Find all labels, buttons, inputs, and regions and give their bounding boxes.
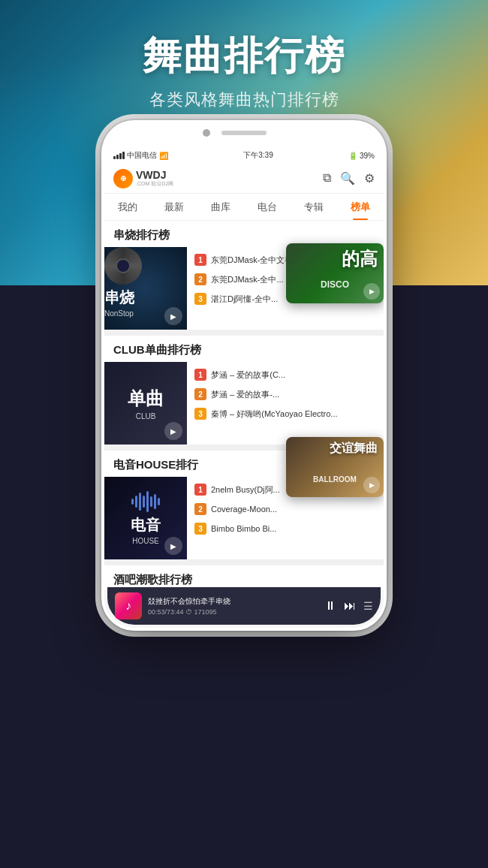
track-title: 湛江Dj阿懂-全中... xyxy=(211,294,278,305)
tab-mine[interactable]: 我的 xyxy=(104,194,151,220)
tab-radio[interactable]: 电台 xyxy=(244,194,291,220)
album-title-cn-club: 单曲 xyxy=(128,387,164,411)
track-num-1: 1 xyxy=(194,254,206,266)
status-time: 下午3:39 xyxy=(243,150,273,161)
main-title: 舞曲排行榜 xyxy=(0,30,488,83)
track-list-club: 1 梦涵 – 爱的故事(C... 2 梦涵 – 爱的故事-... 3 秦博 – … xyxy=(187,362,384,445)
playlist-button[interactable]: ☰ xyxy=(363,600,373,612)
track-num-1: 1 xyxy=(194,369,206,381)
content-area[interactable]: 串烧排行榜 串烧 NonStop ▶ 1 xyxy=(104,221,384,590)
carrier-name: 中国电信 xyxy=(127,150,157,161)
gear-icon[interactable]: ⚙ xyxy=(364,171,375,185)
play-btn-house[interactable]: ▶ xyxy=(164,537,182,555)
track-title: Coverage-Moon... xyxy=(211,505,277,514)
wave-bar xyxy=(135,496,137,508)
turntable xyxy=(104,247,142,285)
wave-bar xyxy=(154,494,156,509)
player-current-time: 00:53/73:44 xyxy=(148,608,184,616)
tab-library[interactable]: 曲库 xyxy=(197,194,244,220)
player-thumb[interactable]: ♪ xyxy=(115,592,142,619)
wave-bar xyxy=(131,499,134,505)
logo-icon: ⊕ xyxy=(120,174,126,182)
wave-bar xyxy=(143,496,145,508)
ballroom-cn-text: 交谊舞曲 xyxy=(330,441,378,457)
waveform xyxy=(131,491,160,512)
player-info: 㸚挫折不会惊怕牵手串烧 00:53/73:44 ⏱ 171095 xyxy=(148,596,318,616)
disco-cn-text: 的高 xyxy=(342,247,378,271)
sub-title: 各类风格舞曲热门排行榜 xyxy=(0,89,488,111)
chart-section-nonstop: 串烧排行榜 串烧 NonStop ▶ 1 xyxy=(104,221,384,330)
track-num-1: 1 xyxy=(194,484,206,496)
nav-tabs: 我的 最新 曲库 电台 专辑 榜单 xyxy=(104,194,384,221)
wave-bar xyxy=(150,496,152,507)
overlay-disco[interactable]: 的高 DISCO ▶ xyxy=(286,243,384,303)
track-title: 秦博 – 好嗨哟(McYaoyao Electro... xyxy=(211,408,338,420)
logo-main-text: VWDJ xyxy=(136,170,173,181)
battery-level: 39% xyxy=(360,152,375,160)
player-play-count: 171095 xyxy=(194,608,217,616)
player-time: 00:53/73:44 ⏱ 171095 xyxy=(148,608,318,616)
album-art-nonstop[interactable]: 串烧 NonStop ▶ xyxy=(104,247,187,330)
album-title-en-club: CLUB xyxy=(136,412,156,420)
album-title-en-house: HOUSE xyxy=(132,537,159,545)
track-title: 梦涵 – 爱的故事(C... xyxy=(211,369,285,381)
player-title: 㸚挫折不会惊怕牵手串烧 xyxy=(148,596,318,607)
app-header: ⊕ VWDJ .COM 前沿DJ网 ⧉ 🔍 ⚙ xyxy=(104,164,384,194)
wave-bar xyxy=(139,493,141,511)
chart-section-club: CLUB单曲排行榜 单曲 CLUB ▶ 1 梦涵 – 爱的故事(C... 2 xyxy=(104,336,384,445)
play-btn-club[interactable]: ▶ xyxy=(164,422,182,440)
status-bar: 中国电信 📶 下午3:39 🔋 39% xyxy=(104,147,384,164)
album-art-club[interactable]: 单曲 CLUB ▶ xyxy=(104,362,187,445)
track-item[interactable]: 3 秦博 – 好嗨哟(McYaoyao Electro... xyxy=(187,404,384,423)
track-title: 梦涵 – 爱的故事-... xyxy=(211,389,279,400)
track-title: 东莞DJMask-全中... xyxy=(211,274,284,285)
chart-header-club: CLUB单曲排行榜 xyxy=(104,336,384,362)
wave-bar xyxy=(158,498,160,505)
bottom-player: ♪ 㸚挫折不会惊怕牵手串烧 00:53/73:44 ⏱ 171095 ⏸ ⏭ ☰ xyxy=(107,587,381,625)
phone-frame: 中国电信 📶 下午3:39 🔋 39% ⊕ VWDJ .COM 前沿DJ网 xyxy=(101,120,387,631)
tab-charts[interactable]: 榜单 xyxy=(337,194,384,220)
ballroom-en-text: BALLROOM xyxy=(313,475,357,484)
signal-bar-2 xyxy=(116,155,119,159)
next-button[interactable]: ⏭ xyxy=(344,599,356,613)
status-right: 🔋 39% xyxy=(348,152,375,160)
track-item[interactable]: 2 Coverage-Moon... xyxy=(187,499,384,519)
title-section: 舞曲排行榜 各类风格舞曲热门排行榜 xyxy=(0,0,488,111)
disco-content: 的高 DISCO ▶ xyxy=(286,243,384,303)
disco-play-btn[interactable]: ▶ xyxy=(363,283,380,300)
track-num-3: 3 xyxy=(194,293,206,305)
header-icons: ⧉ 🔍 ⚙ xyxy=(323,171,375,185)
track-num-2: 2 xyxy=(194,503,206,515)
logo-sub-text: .COM 前沿DJ网 xyxy=(136,181,173,187)
track-title: 2nelm Busy(Dj阿... xyxy=(211,484,280,496)
track-item[interactable]: 2 梦涵 – 爱的故事-... xyxy=(187,384,384,404)
tab-album[interactable]: 专辑 xyxy=(291,194,337,220)
status-left: 中国电信 📶 xyxy=(113,150,168,161)
track-item[interactable]: 3 Bimbo Bimbo Bi... xyxy=(187,519,384,538)
overlay-ballroom[interactable]: 交谊舞曲 BALLROOM ▶ xyxy=(286,437,384,497)
turntable-outer xyxy=(104,247,142,285)
wave-bar xyxy=(146,491,149,512)
player-plays: ⏱ xyxy=(185,608,194,616)
player-controls: ⏸ ⏭ ☰ xyxy=(324,599,373,613)
ballroom-content: 交谊舞曲 BALLROOM ▶ xyxy=(286,437,384,497)
wifi-icon: 📶 xyxy=(159,152,168,160)
phone-screen: 中国电信 📶 下午3:39 🔋 39% ⊕ VWDJ .COM 前沿DJ网 xyxy=(104,147,384,628)
track-num-3: 3 xyxy=(194,408,206,420)
signal-bar-1 xyxy=(113,156,116,159)
pause-button[interactable]: ⏸ xyxy=(324,599,336,613)
track-item[interactable]: 1 梦涵 – 爱的故事(C... xyxy=(187,365,384,384)
play-btn-nonstop[interactable]: ▶ xyxy=(164,307,182,325)
phone-camera xyxy=(203,129,210,137)
app-logo: ⊕ VWDJ .COM 前沿DJ网 xyxy=(113,169,173,188)
track-num-2: 2 xyxy=(194,388,206,400)
album-title-cn-house: 电音 xyxy=(131,515,161,535)
search-icon[interactable]: 🔍 xyxy=(340,171,355,185)
album-art-house[interactable]: 电音 HOUSE ▶ xyxy=(104,477,187,559)
copy-icon[interactable]: ⧉ xyxy=(323,171,331,185)
battery-icon: 🔋 xyxy=(348,152,357,160)
phone-speaker xyxy=(221,131,267,135)
tab-latest[interactable]: 最新 xyxy=(151,194,197,220)
signal-bars xyxy=(113,152,125,159)
ballroom-play-btn[interactable]: ▶ xyxy=(363,477,380,493)
